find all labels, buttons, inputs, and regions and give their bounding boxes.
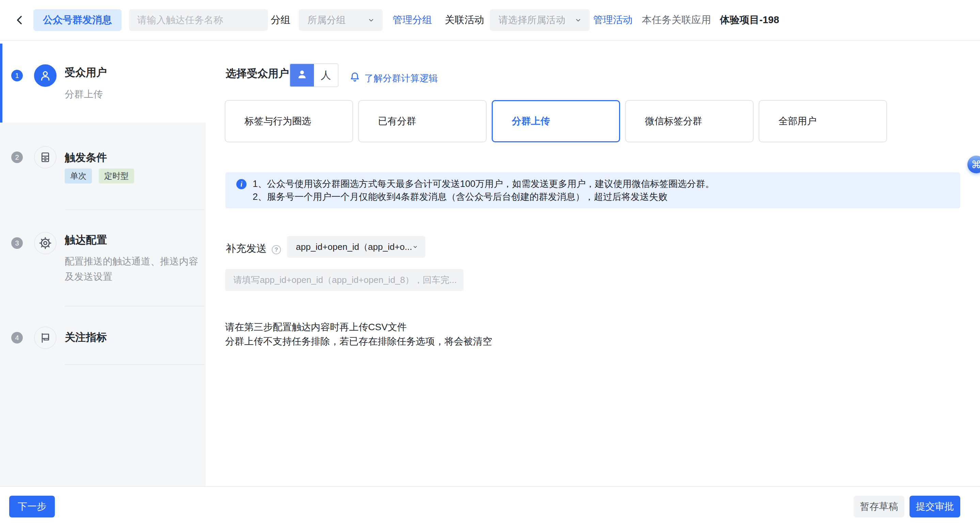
- gear-icon: [34, 232, 57, 254]
- upload-hint-line-2: 分群上传不支持任务排除，若已存在排除任务选项，将会被清空: [225, 335, 492, 348]
- active-step-indicator: [0, 44, 2, 122]
- step-item-metrics[interactable]: 4 关注指标: [0, 306, 206, 364]
- page: 公众号群发消息 分组 所属分组 管理分组 关联活动 请选择所属活动 管理活动 本…: [0, 0, 980, 527]
- segment-logic-link[interactable]: 了解分群计算逻辑: [364, 72, 438, 84]
- tab-tag-behavior[interactable]: 标签与行为圈选: [225, 100, 353, 142]
- activity-label: 关联活动: [445, 13, 484, 27]
- step-3-number: 3: [11, 237, 23, 249]
- main-content: 选择受众用户 人 了解分群计算逻辑 标签与行为圈选 已有分群 分群上传 微信标签…: [206, 41, 980, 486]
- step-1-title: 受众用户: [65, 65, 107, 80]
- group-label: 分组: [271, 13, 290, 27]
- step-1-number: 1: [11, 70, 23, 81]
- group-select-placeholder: 所属分组: [307, 14, 345, 27]
- step-4-number: 4: [11, 332, 23, 343]
- supplement-id-type-value: app_id+open_id（app_id+o...: [296, 241, 412, 253]
- step-2-number: 2: [11, 151, 23, 163]
- linked-app-value: 体验项目-198: [720, 13, 779, 27]
- chevron-down-icon: [367, 16, 375, 24]
- back-icon[interactable]: [13, 13, 27, 27]
- group-select[interactable]: 所属分组: [299, 9, 383, 31]
- tab-wechat-tag-segment[interactable]: 微信标签分群: [625, 100, 754, 142]
- supplement-send-label: 补充发送: [226, 242, 267, 256]
- notice-line-2: 2、服务号一个用户一个月仅能收到4条群发消息（含公众号后台创建的群发消息），超过…: [253, 190, 667, 203]
- openid-input-placeholder: 请填写app_id+open_id（app_id+open_id_8），回车完.…: [233, 274, 457, 286]
- trigger-tags: 单次 定时型: [65, 168, 134, 184]
- unit-person-toggle[interactable]: 人: [314, 64, 338, 86]
- next-step-button[interactable]: 下一步: [9, 496, 55, 517]
- notice-line-1: 1、公众号使用该分群圈选方式每天最多合计可发送100万用户，如需发送更多用户，建…: [253, 178, 714, 190]
- step-1-subtitle: 分群上传: [65, 88, 103, 101]
- person-toggle-selected[interactable]: [290, 64, 314, 86]
- manage-group-link[interactable]: 管理分组: [393, 13, 432, 27]
- chevron-down-icon: [574, 16, 582, 24]
- audience-unit-toggle: 人: [290, 63, 339, 87]
- bell-icon[interactable]: [349, 71, 361, 83]
- tag-single: 单次: [65, 168, 92, 184]
- sidebar-divider: [65, 364, 204, 365]
- manage-activity-link[interactable]: 管理活动: [593, 13, 633, 27]
- section-title: 选择受众用户: [226, 67, 289, 81]
- step-2-title: 触发条件: [65, 151, 107, 165]
- step-item-audience[interactable]: 1 受众用户 分群上传: [0, 41, 206, 122]
- notice-banner: i 1、公众号使用该分群圈选方式每天最多合计可发送100万用户，如需发送更多用户…: [226, 172, 960, 208]
- steps-sidebar: 1 受众用户 分群上传 2 触发条件 单次 定时型 3 触达配置: [0, 41, 206, 486]
- step-3-description: 配置推送的触达通道、推送内容及发送设置: [65, 254, 201, 284]
- help-icon[interactable]: ?: [272, 245, 281, 254]
- step-4-title: 关注指标: [65, 330, 107, 344]
- tab-existing-segment[interactable]: 已有分群: [358, 100, 487, 142]
- footer-bar: 下一步 暂存草稿 提交审批: [0, 486, 980, 527]
- channel-type-badge: 公众号群发消息: [33, 9, 122, 31]
- info-icon: i: [236, 179, 247, 189]
- user-icon: [34, 64, 57, 87]
- tab-segment-upload-selected[interactable]: 分群上传: [492, 100, 620, 142]
- supplement-id-type-select[interactable]: app_id+open_id（app_id+o...: [287, 236, 425, 258]
- openid-input[interactable]: 请填写app_id+open_id（app_id+open_id_8），回车完.…: [225, 269, 463, 291]
- linked-app-label: 本任务关联应用: [642, 13, 711, 27]
- tab-all-users[interactable]: 全部用户: [759, 100, 887, 142]
- flag-icon: [34, 327, 57, 349]
- save-draft-button[interactable]: 暂存草稿: [854, 496, 904, 517]
- task-name-input[interactable]: [129, 9, 268, 31]
- top-bar: 公众号群发消息 分组 所属分组 管理分组 关联活动 请选择所属活动 管理活动 本…: [0, 0, 980, 41]
- activity-select-placeholder: 请选择所属活动: [498, 14, 565, 27]
- document-icon: [34, 146, 57, 168]
- activity-select[interactable]: 请选择所属活动: [490, 9, 590, 31]
- submit-approval-button[interactable]: 提交审批: [910, 496, 960, 517]
- person-icon: [296, 68, 308, 83]
- step-item-trigger[interactable]: 2 触发条件 单次 定时型: [0, 122, 206, 210]
- tag-timed: 定时型: [99, 168, 134, 184]
- step-item-reach-config[interactable]: 3 触达配置 配置推送的触达通道、推送内容及发送设置: [0, 210, 206, 306]
- chevron-down-icon: [412, 242, 418, 251]
- step-3-title: 触达配置: [65, 233, 107, 247]
- upload-hint-line-1: 请在第三步配置触达内容时再上传CSV文件: [225, 321, 407, 333]
